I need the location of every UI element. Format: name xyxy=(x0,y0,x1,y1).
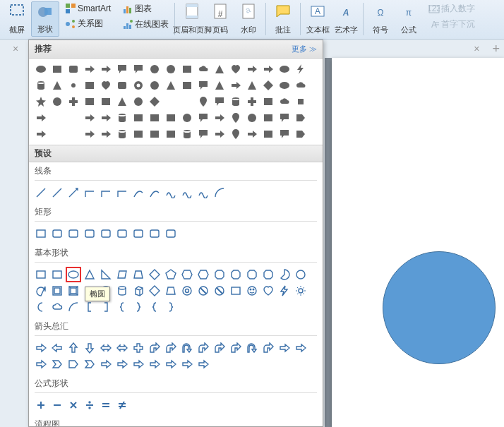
comment-button[interactable]: 批注 xyxy=(269,1,297,37)
shape-unknown[interactable] xyxy=(293,94,308,109)
shape-speech[interactable] xyxy=(277,126,292,142)
shape-speech[interactable] xyxy=(196,126,211,142)
shape-bent_arr[interactable] xyxy=(163,340,179,356)
shape-rect[interactable] xyxy=(82,94,97,109)
shape-rect[interactable] xyxy=(163,110,179,126)
shape-uturn[interactable] xyxy=(179,340,195,356)
drawn-ellipse-shape[interactable] xyxy=(383,251,496,364)
shape-heart[interactable] xyxy=(98,78,114,93)
shape-moon[interactable] xyxy=(33,299,49,315)
shape-arrow_r[interactable] xyxy=(82,61,97,77)
shape-ellipse[interactable] xyxy=(277,61,292,77)
shape-speech[interactable] xyxy=(131,61,146,77)
shape-rect[interactable] xyxy=(33,267,49,282)
shape-circle[interactable] xyxy=(163,61,179,77)
shape-rrect[interactable] xyxy=(66,226,81,241)
shape-heart[interactable] xyxy=(260,283,276,299)
wordart-button[interactable]: A 艺术字 xyxy=(332,1,360,37)
shape-rect[interactable] xyxy=(260,110,276,126)
shape-rect[interactable] xyxy=(147,110,162,126)
shape-ellipse[interactable] xyxy=(66,267,81,282)
shape-speech[interactable] xyxy=(212,94,227,109)
shape-circle[interactable] xyxy=(179,110,195,126)
shape-eq_neq[interactable] xyxy=(114,397,130,413)
shape-speech[interactable] xyxy=(277,110,292,126)
shape-cyl[interactable] xyxy=(33,78,49,93)
shape-arrow_r[interactable] xyxy=(131,356,146,372)
shape-bevel[interactable] xyxy=(66,283,81,299)
shape-can[interactable] xyxy=(114,283,130,299)
formula-button[interactable]: π 公式 xyxy=(395,1,423,37)
shape-circle[interactable] xyxy=(147,78,162,93)
more-link[interactable]: 更多 ≫ xyxy=(292,44,317,54)
shape-arrow_r[interactable] xyxy=(293,340,308,356)
shape-arrow_r[interactable] xyxy=(277,340,292,356)
shape-rrect[interactable] xyxy=(82,226,97,241)
shape-eq_minus[interactable] xyxy=(49,397,65,413)
shape-pentagon_r[interactable] xyxy=(293,126,308,142)
shape-rect[interactable] xyxy=(131,110,146,126)
shape-freeform[interactable] xyxy=(179,185,195,200)
shape-lbrace[interactable] xyxy=(163,94,179,109)
shape-noentry[interactable] xyxy=(196,283,211,299)
shape-rrect[interactable] xyxy=(66,61,81,77)
shape-arrow_lr[interactable] xyxy=(114,340,130,356)
shape-cloud[interactable] xyxy=(49,299,65,315)
shape-arc[interactable] xyxy=(66,299,81,315)
shape-uturn[interactable] xyxy=(244,340,260,356)
symbol-button[interactable]: Ω 符号 xyxy=(366,1,395,37)
shape-donut[interactable] xyxy=(131,78,146,93)
shape-oct[interactable] xyxy=(212,267,227,282)
shape-pie[interactable] xyxy=(277,267,292,282)
shape-bolt[interactable] xyxy=(293,61,308,77)
shape-rect[interactable] xyxy=(260,126,276,142)
shape-cross[interactable] xyxy=(131,340,146,356)
shape-pentagon_r[interactable] xyxy=(293,110,308,126)
shape-tri[interactable] xyxy=(212,61,227,77)
shape-arrow_r[interactable] xyxy=(179,356,195,372)
shape-diamond[interactable] xyxy=(260,78,276,93)
shape-arrow_r[interactable] xyxy=(260,61,276,77)
shape-rect[interactable] xyxy=(147,126,162,142)
shape-pent[interactable] xyxy=(163,267,179,282)
shape-curve[interactable] xyxy=(66,126,81,142)
shape-frame[interactable] xyxy=(49,283,65,299)
shape-rect[interactable] xyxy=(179,78,195,93)
chart-button[interactable]: 图表 xyxy=(119,1,172,16)
shape-heart[interactable] xyxy=(228,61,244,77)
onlinechart-button[interactable]: 在线图表 xyxy=(119,17,172,32)
shape-bent_arr[interactable] xyxy=(196,340,211,356)
dropcap-button[interactable]: A首字下沉 xyxy=(426,17,478,32)
shape-pentagon_r[interactable] xyxy=(66,356,81,372)
shape-line[interactable] xyxy=(33,185,49,200)
shape-trap[interactable] xyxy=(131,267,146,282)
shape-cloud[interactable] xyxy=(293,78,308,93)
pagenum-button[interactable]: # 页码 xyxy=(206,1,234,37)
shape-tri[interactable] xyxy=(244,78,260,93)
shape-rrect[interactable] xyxy=(114,226,130,241)
shape-arrow_r[interactable] xyxy=(33,126,49,142)
shape-trap[interactable] xyxy=(163,283,179,299)
screenshot-button[interactable]: 截屏 xyxy=(3,1,31,37)
shape-sun[interactable] xyxy=(293,283,308,299)
shape-freeform[interactable] xyxy=(66,110,81,126)
shape-tri[interactable] xyxy=(82,267,97,282)
tab-close[interactable]: × xyxy=(8,43,23,54)
shape-eq_plus[interactable] xyxy=(33,397,49,413)
shape-arrow_r[interactable] xyxy=(244,126,260,142)
shape-cloud[interactable] xyxy=(277,94,292,109)
shape-oct[interactable] xyxy=(260,267,276,282)
shape-arrow_r[interactable] xyxy=(82,126,97,142)
shape-rect[interactable] xyxy=(163,126,179,142)
shape-curve[interactable] xyxy=(147,185,162,200)
smartart-button[interactable]: SmartArt xyxy=(62,1,114,16)
shape-rrect[interactable] xyxy=(114,78,130,93)
shape-circle[interactable] xyxy=(131,94,146,109)
shape-circle[interactable] xyxy=(49,94,65,109)
relgraph-button[interactable]: 关系图 xyxy=(62,16,114,31)
shape-arrow_r[interactable] xyxy=(33,110,49,126)
shape-speech[interactable] xyxy=(114,61,130,77)
shape-arrow_r[interactable] xyxy=(212,126,227,142)
shape-rrect[interactable] xyxy=(163,226,179,241)
shape-arc[interactable] xyxy=(212,185,227,200)
